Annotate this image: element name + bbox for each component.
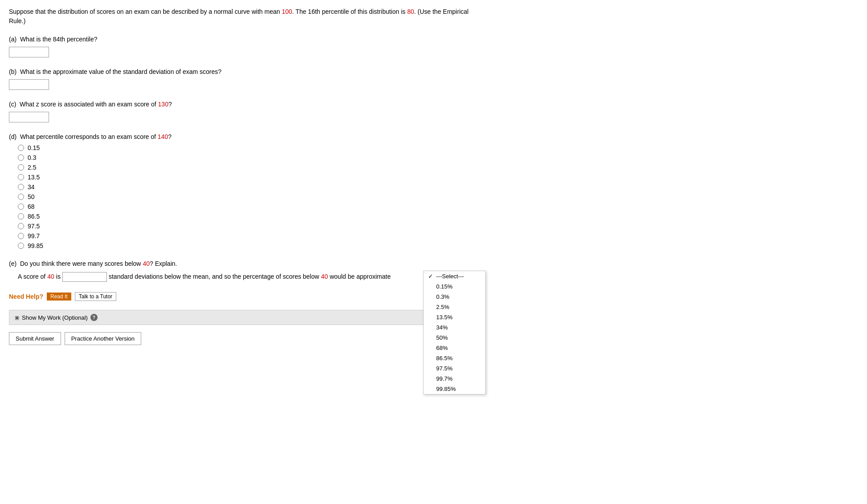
part-c-highlight: 130 xyxy=(158,101,168,108)
dropdown-item-label: 0.3% xyxy=(436,293,450,300)
submit-answer-button[interactable]: Submit Answer xyxy=(9,332,61,345)
part-b-question: What is the approximate value of the sta… xyxy=(20,68,221,75)
radio-label: 68 xyxy=(28,203,35,210)
talk-to-tutor-button[interactable]: Talk to a Tutor xyxy=(75,292,116,301)
radio-option-68[interactable] xyxy=(18,203,24,210)
radio-label: 2.5 xyxy=(28,164,36,171)
part-a-letter: (a) xyxy=(9,36,16,43)
dropdown-item-label: ---Select--- xyxy=(436,273,464,280)
dropdown-item-2[interactable]: 0.3% xyxy=(424,292,485,302)
part-b-letter: (b) xyxy=(9,68,16,75)
part-e-highlight: 40 xyxy=(143,260,150,267)
need-help-label: Need Help? xyxy=(9,293,43,300)
part-e-text-row: A score of 40 is standard deviations bel… xyxy=(18,271,481,282)
dropdown-item-6[interactable]: 50% xyxy=(424,333,485,343)
mean-value: 100 xyxy=(282,8,292,15)
show-work-icon: ▣ xyxy=(15,315,19,321)
part-c: (c) What z score is associated with an e… xyxy=(9,100,481,122)
radio-option-99.7[interactable] xyxy=(18,233,24,239)
checkmark-icon xyxy=(428,386,434,392)
radio-label: 50 xyxy=(28,193,35,200)
dropdown-item-label: 97.5% xyxy=(436,365,453,372)
radio-item: 86.5 xyxy=(18,213,481,220)
dropdown-item-0[interactable]: ✓---Select--- xyxy=(424,271,485,281)
dropdown-item-label: 99.7% xyxy=(436,375,453,382)
practice-another-version-button[interactable]: Practice Another Version xyxy=(65,332,141,345)
part-e-text-mid: is xyxy=(56,271,61,282)
part-e-text-suffix2: would be approximate xyxy=(330,271,391,282)
radio-item: 99.85 xyxy=(18,242,481,249)
part-b: (b) What is the approximate value of the… xyxy=(9,67,481,90)
radio-item: 99.7 xyxy=(18,232,481,240)
checkmark-icon xyxy=(428,304,434,310)
part-c-label: (c) What z score is associated with an e… xyxy=(9,100,481,109)
part-e-text-prefix: A score of xyxy=(18,271,45,282)
read-it-button[interactable]: Read It xyxy=(47,293,71,301)
part-e-question: Do you think there were many scores belo… xyxy=(20,260,143,267)
radio-option-50[interactable] xyxy=(18,194,24,200)
dropdown-item-3[interactable]: 2.5% xyxy=(424,302,485,312)
radio-option-99.85[interactable] xyxy=(18,243,24,249)
dropdown-item-9[interactable]: 97.5% xyxy=(424,363,485,374)
part-e-letter: (e) xyxy=(9,260,16,267)
part-d: (d) What percentile corresponds to an ex… xyxy=(9,132,481,249)
dropdown-item-label: 2.5% xyxy=(436,304,450,310)
part-d-question-prefix: What percentile corresponds to an exam s… xyxy=(20,133,158,140)
dropdown-item-7[interactable]: 68% xyxy=(424,343,485,353)
radio-label: 99.85 xyxy=(28,242,43,249)
radio-option-2.5[interactable] xyxy=(18,164,24,171)
info-icon[interactable]: ? xyxy=(90,314,98,321)
part-e-label: (e) Do you think there were many scores … xyxy=(9,259,481,268)
radio-label: 97.5 xyxy=(28,223,40,230)
radio-option-86.5[interactable] xyxy=(18,213,24,219)
radio-item: 97.5 xyxy=(18,223,481,230)
dropdown-item-10[interactable]: 99.7% xyxy=(424,374,485,384)
radio-item: 34 xyxy=(18,183,481,191)
checkmark-icon xyxy=(428,314,434,321)
radio-item: 68 xyxy=(18,203,481,210)
part-a: (a) What is the 84th percentile? xyxy=(9,35,481,57)
need-help-section: Need Help? Read It Talk to a Tutor xyxy=(9,292,481,301)
checkmark-icon xyxy=(428,365,434,372)
dropdown-item-4[interactable]: 13.5% xyxy=(424,312,485,322)
checkmark-icon xyxy=(428,345,434,351)
radio-item: 2.5 xyxy=(18,164,481,171)
part-e-input[interactable] xyxy=(62,272,107,282)
dropdown-item-1[interactable]: 0.15% xyxy=(424,281,485,292)
checkmark-icon: ✓ xyxy=(428,273,434,280)
part-a-question: What is the 84th percentile? xyxy=(20,36,98,43)
part-d-question-suffix: ? xyxy=(168,133,172,140)
dropdown-item-label: 50% xyxy=(436,334,448,341)
part-a-input[interactable] xyxy=(9,47,49,57)
radio-option-13.5[interactable] xyxy=(18,174,24,180)
dropdown-item-label: 0.15% xyxy=(436,283,453,290)
radio-item: 13.5 xyxy=(18,174,481,181)
part-c-input[interactable] xyxy=(9,112,49,122)
radio-option-0.3[interactable] xyxy=(18,154,24,161)
radio-label: 86.5 xyxy=(28,213,40,220)
dropdown-item-5[interactable]: 34% xyxy=(424,322,485,333)
radio-option-0.15[interactable] xyxy=(18,145,24,151)
radio-label: 13.5 xyxy=(28,174,40,181)
bottom-buttons: Submit Answer Practice Another Version xyxy=(9,332,481,345)
p16-value: 80 xyxy=(407,8,414,15)
dropdown-overlay: ✓---Select--- 0.15% 0.3% 2.5% 13.5% 34% … xyxy=(423,271,486,394)
problem-statement: Suppose that the distribution of scores … xyxy=(9,7,481,26)
radio-option-97.5[interactable] xyxy=(18,223,24,229)
dropdown-item-11[interactable]: 99.85% xyxy=(424,384,485,394)
dropdown-item-8[interactable]: 86.5% xyxy=(424,353,485,363)
part-d-radio-group: 0.150.32.513.534506886.597.599.799.85 xyxy=(18,144,481,249)
part-a-label: (a) What is the 84th percentile? xyxy=(9,35,481,44)
radio-label: 0.3 xyxy=(28,154,36,161)
part-c-question-prefix: What z score is associated with an exam … xyxy=(20,101,158,108)
checkmark-icon xyxy=(428,375,434,382)
show-work-label: Show My Work (Optional) xyxy=(22,314,88,321)
checkmark-icon xyxy=(428,293,434,300)
radio-item: 0.3 xyxy=(18,154,481,161)
part-b-input[interactable] xyxy=(9,79,49,90)
dropdown-item-label: 99.85% xyxy=(436,386,456,392)
statement-prefix: Suppose that the distribution of scores … xyxy=(9,8,282,15)
checkmark-icon xyxy=(428,355,434,362)
radio-option-34[interactable] xyxy=(18,184,24,190)
radio-item: 0.15 xyxy=(18,144,481,151)
